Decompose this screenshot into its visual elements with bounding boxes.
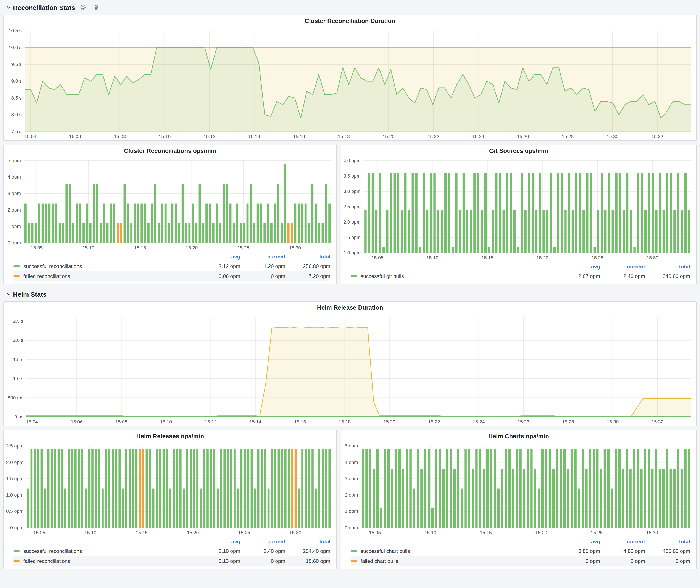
svg-text:15:32: 15:32 bbox=[652, 419, 663, 425]
legend-value: 0 opm bbox=[240, 558, 285, 564]
legend-value: 465.60 opm bbox=[645, 548, 690, 554]
legend-col-total[interactable]: total bbox=[645, 264, 690, 270]
svg-text:15:18: 15:18 bbox=[339, 419, 351, 425]
legend-col-avg[interactable]: avg bbox=[555, 264, 600, 270]
svg-text:1.0 opm: 1.0 opm bbox=[344, 250, 361, 255]
legend-col-avg[interactable]: avg bbox=[195, 539, 240, 545]
panel-cluster-reconciliations-ops: Cluster Reconciliations ops/min 0 opm1 o… bbox=[3, 145, 337, 284]
svg-text:15:30: 15:30 bbox=[289, 245, 301, 250]
series-color-mark bbox=[13, 265, 20, 267]
svg-text:15:16: 15:16 bbox=[294, 419, 306, 425]
svg-text:15:30: 15:30 bbox=[289, 530, 301, 535]
svg-text:1 opm: 1 opm bbox=[8, 224, 21, 229]
legend-col-avg[interactable]: avg bbox=[195, 254, 240, 260]
chevron-down-icon[interactable] bbox=[6, 5, 11, 10]
svg-text:1.5 opm: 1.5 opm bbox=[6, 476, 24, 481]
chart-helm-charts-ops[interactable]: 0 opm1 opm2 opm3 opm4 opm5 opm15:0515:10… bbox=[341, 442, 696, 536]
legend-row[interactable]: successful git pulls2.87 opm2.40 opm346.… bbox=[351, 271, 690, 281]
svg-text:15:04: 15:04 bbox=[26, 419, 38, 425]
row-1: Cluster Reconciliation Duration 7.5 s8.0… bbox=[3, 15, 697, 141]
svg-text:3 opm: 3 opm bbox=[345, 476, 358, 481]
legend-helm-charts: avgcurrenttotalsuccessful chart pulls3.8… bbox=[341, 536, 696, 569]
legend-value: 256.80 opm bbox=[285, 263, 330, 269]
panel-helm-releases-ops: Helm Releases ops/min 0 opm0.5 opm1.0 op… bbox=[3, 430, 337, 569]
series-color-mark bbox=[351, 560, 357, 562]
panel-title[interactable]: Cluster Reconciliations ops/min bbox=[4, 145, 336, 156]
chart-cluster-reconciliations-ops[interactable]: 0 opm1 opm2 opm3 opm4 opm5 opm15:0515:10… bbox=[4, 156, 336, 252]
panel-title[interactable]: Git Sources ops/min bbox=[341, 145, 696, 156]
svg-text:15:20: 15:20 bbox=[535, 530, 547, 535]
svg-text:15:14: 15:14 bbox=[249, 419, 261, 425]
legend-value: 7.20 opm bbox=[285, 273, 330, 279]
svg-text:15:15: 15:15 bbox=[480, 530, 492, 535]
legend-value: 2.87 opm bbox=[555, 273, 600, 279]
legend-value: 0.13 opm bbox=[195, 558, 240, 564]
svg-text:15:08: 15:08 bbox=[114, 134, 126, 139]
svg-text:15:24: 15:24 bbox=[473, 419, 485, 425]
svg-text:15:10: 15:10 bbox=[159, 134, 171, 139]
legend-row[interactable]: successful reconciliations2.12 opm1.20 o… bbox=[13, 261, 330, 271]
svg-text:15:06: 15:06 bbox=[69, 134, 81, 139]
legend-row[interactable]: successful reconciliations2.10 opm2.40 o… bbox=[13, 546, 330, 556]
legend-value: 254.40 opm bbox=[285, 548, 330, 554]
legend-col-total[interactable]: total bbox=[285, 539, 330, 545]
legend-col-current[interactable]: current bbox=[600, 264, 645, 270]
legend-col-current[interactable]: current bbox=[240, 254, 285, 260]
svg-text:15:25: 15:25 bbox=[591, 530, 603, 535]
legend-header: avgcurrenttotal bbox=[13, 252, 330, 261]
svg-text:15:30: 15:30 bbox=[647, 255, 658, 260]
legend-row[interactable]: failed chart pulls0 opm0 opm0 opm bbox=[351, 556, 690, 566]
panel-title[interactable]: Helm Releases ops/min bbox=[4, 430, 336, 442]
legend-row[interactable]: failed reconciliations0.06 opm0 opm7.20 … bbox=[13, 271, 330, 281]
legend-value: 15.60 opm bbox=[285, 558, 330, 564]
chart-cluster-reconciliation-duration[interactable]: 7.5 s8.0 s8.5 s9.0 s9.5 s10.0 s10.5 s15:… bbox=[4, 26, 696, 140]
svg-text:500 ms: 500 ms bbox=[8, 395, 23, 401]
legend-col-current[interactable]: current bbox=[240, 539, 285, 545]
legend-col-total[interactable]: total bbox=[645, 539, 690, 545]
svg-text:1.0 opm: 1.0 opm bbox=[6, 492, 24, 498]
svg-text:15:08: 15:08 bbox=[115, 419, 127, 425]
legend-value: 0 opm bbox=[240, 273, 285, 279]
legend-col-total[interactable]: total bbox=[285, 254, 330, 260]
svg-text:2.5 opm: 2.5 opm bbox=[6, 443, 24, 449]
row-4: Helm Releases ops/min 0 opm0.5 opm1.0 op… bbox=[3, 430, 697, 569]
legend-col-current[interactable]: current bbox=[600, 539, 645, 545]
plot-svg: 0 opm0.5 opm1.0 opm1.5 opm2.0 opm2.5 opm… bbox=[4, 442, 336, 536]
legend-row[interactable]: failed reconciliations0.13 opm0 opm15.60… bbox=[13, 556, 330, 566]
panel-helm-charts-ops: Helm Charts ops/min 0 opm1 opm2 opm3 opm… bbox=[341, 430, 697, 569]
chart-helm-releases-ops[interactable]: 0 opm0.5 opm1.0 opm1.5 opm2.0 opm2.5 opm… bbox=[4, 442, 336, 536]
chart-helm-release-duration[interactable]: 0 ns500 ms1.0 s1.5 s2.0 s2.5 s15:0415:06… bbox=[4, 313, 696, 426]
svg-text:5 opm: 5 opm bbox=[8, 158, 21, 163]
chart-git-sources-ops[interactable]: 1.0 opm1.5 opm2.0 opm2.5 opm3.0 opm3.5 o… bbox=[341, 156, 696, 262]
svg-text:15:10: 15:10 bbox=[426, 255, 438, 260]
series-color-mark bbox=[13, 560, 20, 562]
legend-col-avg[interactable]: avg bbox=[555, 539, 600, 545]
panel-git-sources-ops: Git Sources ops/min 1.0 opm1.5 opm2.0 op… bbox=[341, 145, 697, 284]
legend-row[interactable]: successful chart pulls3.85 opm4.80 opm46… bbox=[351, 546, 690, 556]
svg-text:15:05: 15:05 bbox=[31, 245, 43, 250]
panel-cluster-reconciliation-duration: Cluster Reconciliation Duration 7.5 s8.0… bbox=[3, 15, 697, 141]
svg-text:10.5 s: 10.5 s bbox=[9, 28, 22, 33]
legend-value: 2.10 opm bbox=[195, 548, 240, 554]
svg-text:9.0 s: 9.0 s bbox=[11, 78, 22, 84]
panel-title[interactable]: Helm Release Duration bbox=[4, 302, 696, 313]
svg-text:15:22: 15:22 bbox=[427, 134, 439, 139]
svg-text:15:20: 15:20 bbox=[383, 419, 395, 425]
gear-icon[interactable] bbox=[79, 3, 88, 12]
svg-text:0.5 opm: 0.5 opm bbox=[6, 509, 24, 514]
svg-text:15:06: 15:06 bbox=[71, 419, 83, 425]
panel-title[interactable]: Helm Charts ops/min bbox=[341, 430, 696, 442]
svg-text:15:25: 15:25 bbox=[591, 255, 603, 260]
legend-value: 3.85 opm bbox=[555, 548, 600, 554]
chevron-down-icon[interactable] bbox=[6, 291, 11, 297]
section-header-reconciliation-stats: Reconciliation Stats bbox=[3, 1, 697, 13]
panel-title[interactable]: Cluster Reconciliation Duration bbox=[4, 15, 696, 26]
svg-text:15:14: 15:14 bbox=[248, 134, 260, 139]
svg-text:15:15: 15:15 bbox=[136, 530, 148, 535]
svg-text:2 opm: 2 opm bbox=[8, 207, 21, 213]
section-title[interactable]: Reconciliation Stats bbox=[13, 4, 75, 11]
section-title[interactable]: Helm Stats bbox=[13, 290, 47, 298]
svg-text:15:16: 15:16 bbox=[293, 134, 305, 139]
trash-icon[interactable] bbox=[92, 3, 101, 12]
grafana-dashboard: Reconciliation Stats Cluster Reconciliat… bbox=[0, 0, 700, 588]
